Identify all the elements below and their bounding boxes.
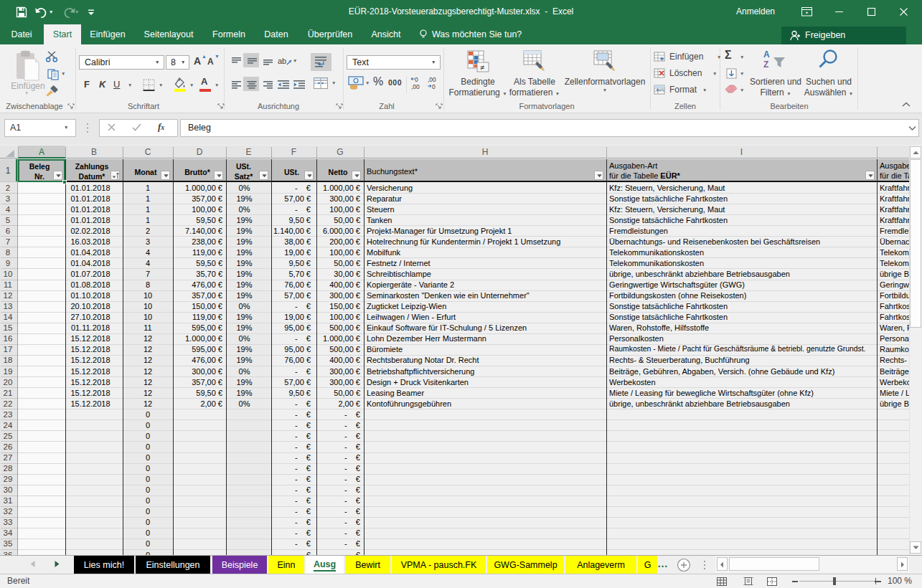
svg-text:≠: ≠ [480, 63, 484, 72]
svg-text:0: 0 [415, 76, 418, 83]
svg-text:,00: ,00 [411, 83, 420, 90]
svg-text:Z: Z [763, 60, 768, 70]
svg-text:A: A [763, 49, 770, 60]
svg-text:ab: ab [278, 57, 286, 65]
